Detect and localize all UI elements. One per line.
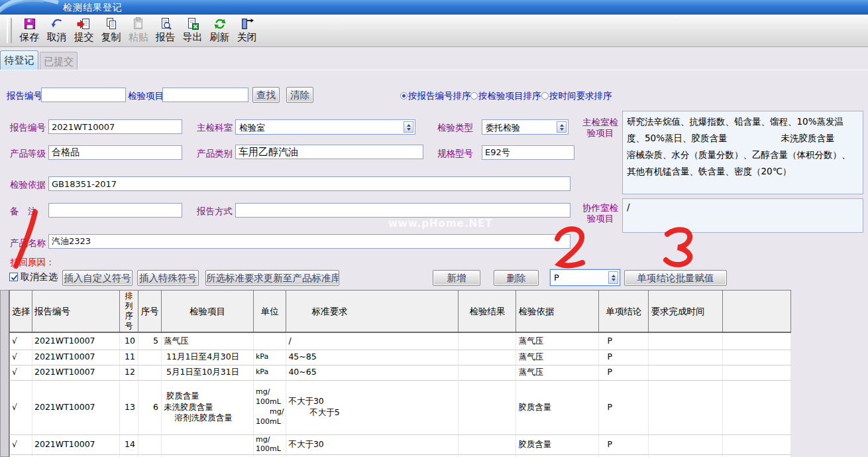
column-result[interactable]: 检验结果 [459,291,516,333]
product-name-input[interactable] [48,234,570,249]
cell-result[interactable] [459,380,516,434]
cell-standard[interactable]: 不大于30 不大于5 [286,380,459,434]
cell-seq[interactable]: 5 [138,332,162,350]
cell-result[interactable] [459,434,516,455]
insert-special-symbol-button[interactable]: 插入特殊符号 [137,270,199,286]
cell-deadline[interactable] [649,380,723,434]
report-no-input[interactable] [48,119,182,134]
cell-item[interactable] [162,434,254,455]
cell-basis[interactable]: 蒸气压 [516,365,599,380]
cell-seq[interactable]: 6 [138,380,162,434]
update-standard-library-button[interactable]: 所选标准要求更新至产品标准库 [205,270,339,286]
tab-submitted[interactable]: 已提交 [40,52,78,70]
report-button[interactable]: 报告 [152,15,179,45]
cell-deadline[interactable] [649,350,723,365]
cell-select[interactable]: √ [10,350,32,365]
column-basis[interactable]: 检验依据 [516,291,599,333]
cell-sort-no[interactable]: 11 [120,350,138,365]
column-standard[interactable]: 标准要求 [286,291,459,333]
cell-report-no[interactable]: 2021WT10007 [32,380,120,434]
paste-button[interactable]: 粘贴 [125,15,152,45]
column-seq[interactable]: 序号 [138,291,162,333]
cell-unit[interactable]: kPa [254,350,286,365]
find-button[interactable]: 查找 [252,87,280,103]
cell-seq[interactable] [138,365,162,380]
cell-report-no[interactable]: 2021WT10007 [32,365,120,380]
report-method-input[interactable] [235,203,570,218]
tab-pending[interactable]: 待登记 [0,50,38,70]
cell-deadline[interactable] [649,434,723,455]
cell-report-no[interactable]: 2021WT10007 [32,350,120,365]
column-unit[interactable]: 单位 [254,291,286,333]
column-conclusion[interactable]: 单项结论 [599,291,649,333]
cell-result[interactable] [459,332,516,350]
dept-dropdown[interactable]: 检验室 [235,119,415,135]
cell-result[interactable] [459,350,516,365]
cell-basis[interactable]: 胶质含量 [516,434,599,455]
dropdown-arrows-icon[interactable] [557,121,567,133]
cell-standard[interactable]: 45~85 [286,350,459,365]
basis-input[interactable] [48,176,570,191]
sort-by-time-radio[interactable] [541,92,549,99]
conclusion-dropdown[interactable]: P [550,269,620,286]
cell-conclusion[interactable]: P [599,380,649,434]
cell-select[interactable]: √ [10,332,32,350]
cell-standard[interactable]: / [286,332,459,350]
cell-deadline[interactable] [649,365,723,380]
cell-select[interactable]: √ [10,434,32,455]
delete-row-button[interactable]: 删除 [494,270,539,286]
cell-item[interactable]: 5月1日至10月31日 [162,365,254,380]
column-deadline[interactable]: 要求完成时间 [649,291,723,333]
insert-custom-symbol-button[interactable]: 插入自定义符号 [62,270,133,286]
cell-result[interactable] [459,365,516,380]
cell-basis[interactable]: 蒸气压 [516,350,599,365]
cell-seq[interactable] [138,434,162,455]
column-sort-no[interactable]: 排列 序号 [120,291,138,333]
column-select[interactable]: 选择 [10,291,32,333]
column-report-no[interactable]: 报告编号 [32,291,120,333]
clear-button[interactable]: 清除 [286,87,313,103]
cell-unit[interactable] [254,332,286,350]
cell-deadline[interactable] [649,332,723,350]
search-report-no-input[interactable] [41,88,126,102]
cell-unit[interactable]: mg/ 100mL [254,434,286,455]
cell-standard[interactable]: 40~65 [286,365,459,380]
cell-basis[interactable]: 蒸气压 [516,332,599,350]
refresh-button[interactable]: 刷新 [206,15,233,45]
save-button[interactable]: 保存 [16,15,43,45]
add-row-button[interactable]: 新增 [433,270,480,286]
cell-report-no[interactable]: 2021WT10007 [32,332,120,350]
cell-sort-no[interactable]: 13 [120,380,138,434]
cell-conclusion[interactable]: P [599,350,649,365]
submit-button[interactable]: 提交 [70,15,97,45]
cell-conclusion[interactable]: P [599,365,649,380]
coop-items-textarea[interactable]: / [622,198,863,233]
cell-standard[interactable]: 不大于30 [286,434,459,455]
cell-unit[interactable]: mg/ 100mL mg/ 100mL [254,380,286,434]
batch-assign-conclusion-button[interactable]: 单项结论批量赋值 [624,270,727,286]
grade-input[interactable] [48,145,182,160]
cell-select[interactable]: √ [10,365,32,380]
cell-sort-no[interactable]: 12 [120,365,138,380]
cell-unit[interactable]: kPa [254,365,286,380]
sort-by-item-radio[interactable] [470,92,478,99]
cell-select[interactable]: √ [10,380,32,434]
cell-conclusion[interactable]: P [599,332,649,350]
uncheck-all-checkbox[interactable] [9,273,18,281]
copy-button[interactable]: 复制 [97,15,125,45]
cell-sort-no[interactable]: 14 [120,434,138,455]
cell-item[interactable]: 蒸气压 [162,332,254,350]
export-button[interactable]: 导出 [179,15,206,45]
remark-input[interactable] [48,203,182,218]
search-item-input[interactable] [162,88,248,102]
category-input[interactable] [235,145,423,159]
dropdown-arrows-icon[interactable] [404,121,413,133]
cell-seq[interactable] [138,350,162,365]
cell-item[interactable]: 11月1日至4月30日 [162,350,254,365]
main-items-textarea[interactable]: 研究法辛烷值、抗爆指数、铅含量、馏程、10%蒸发温度、50%蒸日、胶质含量 未洗… [622,111,863,194]
spec-input[interactable] [482,145,574,160]
cell-sort-no[interactable]: 10 [120,332,138,350]
cell-conclusion[interactable]: P [599,434,649,455]
type-dropdown[interactable]: 委托检验 [482,119,569,135]
close-button[interactable]: 关闭 [233,15,260,45]
